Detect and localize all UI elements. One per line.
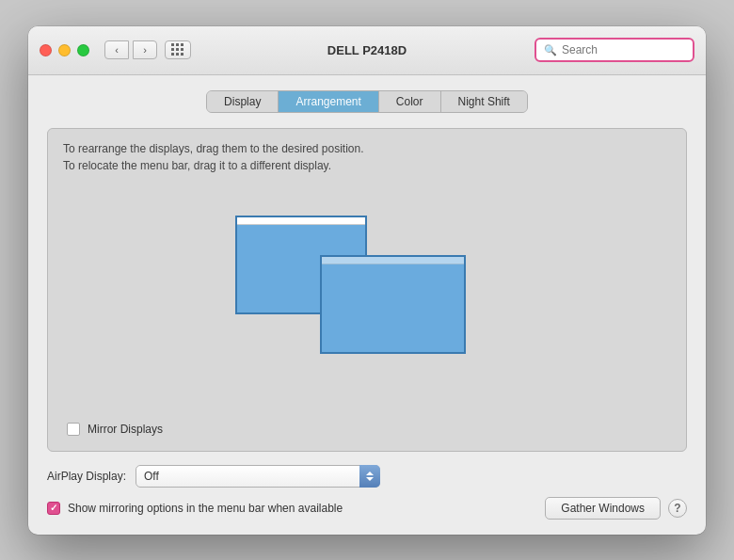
- show-mirroring-checkbox[interactable]: ✓: [47, 502, 60, 515]
- mirror-row: Mirror Displays: [63, 415, 671, 440]
- airplay-select-wrapper: Off: [136, 465, 380, 488]
- traffic-lights: [40, 44, 89, 56]
- monitor-canvas: [63, 185, 671, 415]
- close-button[interactable]: [40, 44, 52, 56]
- airplay-label: AirPlay Display:: [47, 470, 126, 483]
- airplay-row: AirPlay Display: Off: [47, 465, 687, 488]
- monitor-2[interactable]: [320, 255, 466, 354]
- search-icon: 🔍: [544, 44, 557, 56]
- show-mirroring-label: Show mirroring options in the menu bar w…: [68, 502, 343, 515]
- maximize-button[interactable]: [77, 44, 89, 56]
- content-area: Display Arrangement Color Night Shift To…: [28, 75, 706, 535]
- display-area: To rearrange the displays, drag them to …: [47, 128, 687, 452]
- titlebar: ‹ › DELL P2418D 🔍: [28, 26, 706, 75]
- tab-night-shift[interactable]: Night Shift: [441, 91, 527, 112]
- grid-icon: [171, 43, 184, 56]
- tab-color[interactable]: Color: [379, 91, 441, 112]
- back-button[interactable]: ‹: [104, 40, 129, 59]
- right-buttons: Gather Windows ?: [545, 497, 687, 520]
- tab-display[interactable]: Display: [207, 91, 279, 112]
- mirror-displays-label: Mirror Displays: [88, 423, 163, 436]
- instruction-line1: To rearrange the displays, drag them to …: [63, 140, 671, 157]
- minimize-button[interactable]: [58, 44, 71, 56]
- gather-windows-button[interactable]: Gather Windows: [545, 497, 661, 520]
- show-mirroring-row: ✓ Show mirroring options in the menu bar…: [47, 497, 687, 520]
- help-button[interactable]: ?: [668, 499, 687, 518]
- monitor-display: [235, 216, 499, 385]
- search-input[interactable]: [562, 43, 685, 56]
- mirror-displays-checkbox[interactable]: [67, 423, 80, 436]
- nav-buttons: ‹ ›: [104, 40, 157, 59]
- monitor-2-menubar: [322, 257, 464, 264]
- monitor-1-menubar: [237, 217, 365, 225]
- tab-bar: Display Arrangement Color Night Shift: [47, 90, 687, 113]
- main-window: ‹ › DELL P2418D 🔍 Display Arrangement Co…: [28, 26, 706, 535]
- grid-button[interactable]: [165, 40, 191, 59]
- tab-arrangement[interactable]: Arrangement: [279, 91, 378, 112]
- airplay-select[interactable]: Off: [136, 465, 380, 488]
- instruction-text: To rearrange the displays, drag them to …: [63, 140, 671, 174]
- search-box[interactable]: 🔍: [535, 38, 694, 62]
- window-title: DELL P2418D: [327, 43, 407, 57]
- show-mirroring-left: ✓ Show mirroring options in the menu bar…: [47, 502, 343, 515]
- tab-group: Display Arrangement Color Night Shift: [206, 90, 528, 113]
- bottom-controls: AirPlay Display: Off ✓ Sh: [47, 465, 687, 520]
- checkmark-icon: ✓: [50, 504, 57, 513]
- instruction-line2: To relocate the menu bar, drag it to a d…: [63, 157, 671, 174]
- forward-button[interactable]: ›: [133, 40, 157, 59]
